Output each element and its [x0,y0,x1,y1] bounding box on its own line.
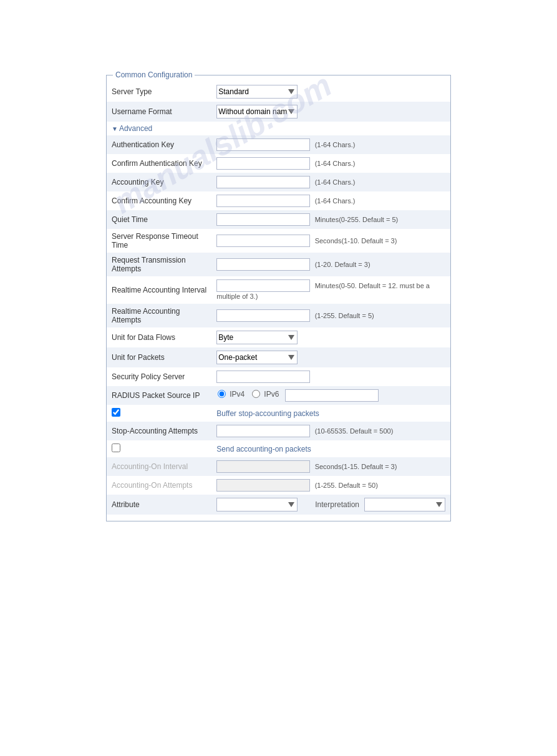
advanced-toggle-row: Advanced [107,122,450,135]
attribute-label: Attribute [107,495,211,515]
attribute-cell: Interpretation [211,495,450,515]
accounting-key-hint: (1-64 Chars.) [315,178,356,186]
unit-data-flows-cell: Byte Kilobyte Megabyte Gigabyte [211,327,450,347]
accounting-on-attempts-input[interactable] [216,479,310,492]
buffer-stop-accounting-label-cell: Buffer stop-accounting packets [211,405,450,422]
radius-packet-source-ip-label: RADIUS Packet Source IP [107,386,211,405]
accounting-on-interval-hint: Seconds(1-15. Default = 3) [315,463,397,470]
radius-ipv6-label: IPv6 [264,390,279,399]
server-response-timeout-label: Server Response Timeout Time [107,229,211,253]
accounting-on-interval-cell: Seconds(1-15. Default = 3) [211,457,450,476]
buffer-stop-accounting-checkbox[interactable] [112,408,120,417]
confirm-auth-key-hint: (1-64 Chars.) [315,160,356,167]
security-policy-server-row: Security Policy Server [107,367,450,386]
radius-packet-source-ip-input[interactable] [285,389,379,402]
accounting-on-attempts-row: Accounting-On Attempts (1-255. Default =… [107,476,450,495]
auth-key-input[interactable] [216,138,310,151]
realtime-accounting-attempts-input[interactable] [216,309,310,322]
server-response-timeout-cell: Seconds(1-10. Default = 3) [211,229,450,253]
request-transmission-input[interactable] [216,258,310,271]
confirm-accounting-key-label: Confirm Accounting Key [107,191,211,210]
advanced-toggle[interactable]: Advanced [112,124,152,133]
server-type-label: Server Type [107,82,211,102]
auth-key-label: Authentication Key [107,135,211,154]
radius-packet-source-ip-row: RADIUS Packet Source IP IPv4 IPv6 [107,386,450,405]
realtime-accounting-attempts-label: Realtime Accounting Attempts [107,304,211,327]
server-type-select[interactable]: Standard RSA SecurID [216,85,298,99]
radius-ipv6-radio[interactable] [252,390,260,398]
attribute-row: Attribute Interpretation [107,495,450,515]
realtime-accounting-attempts-row: Realtime Accounting Attempts (1-255. Def… [107,304,450,327]
accounting-on-interval-row: Accounting-On Interval Seconds(1-15. Def… [107,457,450,476]
server-response-timeout-row: Server Response Timeout Time Seconds(1-1… [107,229,450,253]
accounting-on-interval-input[interactable] [216,460,310,473]
quiet-time-input[interactable] [216,213,310,226]
accounting-key-row: Accounting Key (1-64 Chars.) [107,173,450,191]
quiet-time-hint: Minutes(0-255. Default = 5) [315,216,399,223]
quiet-time-label: Quiet Time [107,210,211,229]
accounting-key-cell: (1-64 Chars.) [211,173,450,191]
send-accounting-on-checkbox-cell [107,440,211,457]
send-accounting-on-label: Send accounting-on packets [216,445,311,453]
accounting-on-attempts-label: Accounting-On Attempts [107,476,211,495]
config-box-title: Common Configuration [113,70,195,79]
security-policy-server-cell [211,367,450,386]
realtime-accounting-attempts-cell: (1-255. Default = 5) [211,304,450,327]
confirm-accounting-key-row: Confirm Accounting Key (1-64 Chars.) [107,191,450,210]
realtime-accounting-interval-label: Realtime Accounting Interval [107,276,211,304]
unit-packets-label: Unit for Packets [107,347,211,367]
auth-key-cell: (1-64 Chars.) [211,135,450,154]
security-policy-server-input[interactable] [216,371,310,383]
confirm-accounting-key-input[interactable] [216,195,310,207]
radius-ipv4-radio[interactable] [218,390,226,398]
accounting-on-interval-label: Accounting-On Interval [107,457,211,476]
stop-accounting-attempts-input[interactable] [216,425,310,437]
server-response-timeout-hint: Seconds(1-10. Default = 3) [315,237,397,245]
send-accounting-on-checkbox[interactable] [112,443,120,452]
stop-accounting-attempts-row: Stop-Accounting Attempts (10-65535. Defa… [107,422,450,440]
server-type-cell: Standard RSA SecurID [211,82,450,102]
unit-data-flows-select[interactable]: Byte Kilobyte Megabyte Gigabyte [216,331,298,344]
send-accounting-on-label-cell: Send accounting-on packets [211,440,450,457]
radius-ip-radio-group: IPv4 IPv6 [216,390,283,399]
realtime-accounting-interval-input[interactable] [216,279,310,292]
auth-key-hint: (1-64 Chars.) [315,141,356,148]
confirm-auth-key-cell: (1-64 Chars.) [211,154,450,173]
stop-accounting-attempts-label: Stop-Accounting Attempts [107,422,211,440]
request-transmission-row: Request Transmission Attempts (1-20. Def… [107,253,450,276]
realtime-accounting-attempts-hint: (1-255. Default = 5) [315,312,374,319]
buffer-stop-accounting-checkbox-cell [107,405,211,422]
buffer-stop-accounting-label: Buffer stop-accounting packets [216,409,319,418]
accounting-key-input[interactable] [216,176,310,188]
quiet-time-row: Quiet Time Minutes(0-255. Default = 5) [107,210,450,229]
confirm-auth-key-row: Confirm Authentication Key (1-64 Chars.) [107,154,450,173]
buffer-stop-accounting-row: Buffer stop-accounting packets [107,405,450,422]
unit-packets-cell: One-packet Kilo-packet [211,347,450,367]
radius-ipv4-label: IPv4 [230,390,245,399]
interpretation-select[interactable] [364,498,445,511]
attribute-select[interactable] [216,498,298,511]
accounting-on-attempts-hint: (1-255. Default = 50) [315,482,378,489]
unit-data-flows-label: Unit for Data Flows [107,327,211,347]
confirm-accounting-key-hint: (1-64 Chars.) [315,197,356,205]
request-transmission-label: Request Transmission Attempts [107,253,211,276]
radius-packet-source-ip-cell: IPv4 IPv6 [211,386,450,405]
quiet-time-cell: Minutes(0-255. Default = 5) [211,210,450,229]
stop-accounting-attempts-hint: (10-65535. Default = 500) [315,427,394,435]
unit-packets-select[interactable]: One-packet Kilo-packet [216,351,298,364]
realtime-accounting-interval-row: Realtime Accounting Interval Minutes(0-5… [107,276,450,304]
send-accounting-on-row: Send accounting-on packets [107,440,450,457]
username-format-row: Username Format Without domain nam With … [107,102,450,122]
unit-data-flows-row: Unit for Data Flows Byte Kilobyte Megaby… [107,327,450,347]
unit-packets-row: Unit for Packets One-packet Kilo-packet [107,347,450,367]
username-format-select[interactable]: Without domain nam With domain name [216,105,298,119]
request-transmission-cell: (1-20. Default = 3) [211,253,450,276]
username-format-cell: Without domain nam With domain name [211,102,450,122]
realtime-accounting-interval-cell: Minutes(0-50. Default = 12. must be a mu… [211,276,450,304]
config-form-table: Server Type Standard RSA SecurID Usernam… [107,82,450,515]
confirm-auth-key-input[interactable] [216,157,310,170]
stop-accounting-attempts-cell: (10-65535. Default = 500) [211,422,450,440]
security-policy-server-label: Security Policy Server [107,367,211,386]
server-response-timeout-input[interactable] [216,235,310,247]
request-transmission-hint: (1-20. Default = 3) [315,261,371,268]
